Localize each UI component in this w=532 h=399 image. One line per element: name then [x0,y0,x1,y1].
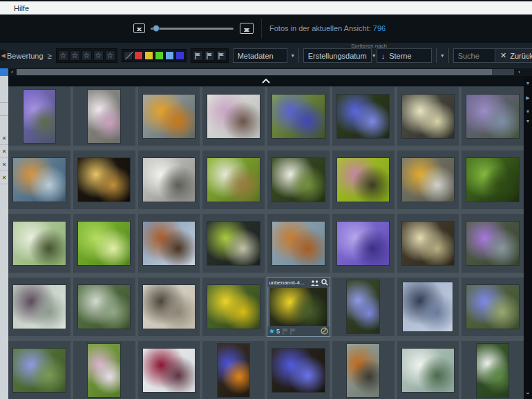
people-icon[interactable] [310,276,319,289]
photo-cell[interactable] [8,87,70,146]
photo-thumbnail[interactable] [272,95,324,138]
close-icon[interactable]: ✕ [0,145,8,158]
photo-cell[interactable] [138,150,200,209]
color-label-button[interactable] [175,51,184,60]
photo-cell[interactable] [73,150,135,209]
photo-cell[interactable] [73,341,135,399]
photo-thumbnail[interactable] [402,95,454,138]
photo-cell[interactable] [202,150,265,209]
photo-cell[interactable] [138,278,200,336]
photo-thumbnail[interactable] [466,285,518,329]
photo-thumbnail[interactable] [78,158,130,202]
photo-thumbnail[interactable] [270,288,327,326]
photo-thumbnail[interactable] [337,95,389,138]
menu-item-hilfe[interactable]: Hilfe [10,4,33,12]
chevron-down-icon[interactable]: ▼ [437,48,448,63]
photo-thumbnail[interactable] [402,349,454,392]
photo-cell[interactable] [202,278,265,336]
photo-thumbnail[interactable] [13,349,65,392]
photo-thumbnail[interactable] [23,90,56,143]
flag-filter-button[interactable] [193,50,203,61]
filter-collapse-arrow-icon[interactable]: ◀ [0,50,6,61]
photo-thumbnail[interactable] [143,285,195,329]
photo-cell[interactable] [267,87,330,146]
photo-cell[interactable] [332,150,395,209]
creation-date-dropdown[interactable]: Erstellungsdatum ▼ [303,48,372,63]
rating-star-button[interactable]: ☆ [82,50,92,61]
photo-thumbnail[interactable] [13,285,65,329]
photo-cell[interactable] [397,214,459,273]
thumbnail-size-slider[interactable] [151,28,234,30]
photo-cell[interactable] [332,214,395,273]
rating-star-button[interactable]: ☆ [105,50,115,61]
flag-icon[interactable] [290,325,296,338]
photo-cell[interactable] [462,341,524,399]
photo-cell[interactable] [332,341,395,399]
photo-cell[interactable] [202,341,265,399]
photo-thumbnail[interactable] [272,158,324,202]
photo-thumbnail[interactable] [207,285,259,329]
photo-thumbnail[interactable] [402,158,454,202]
chevron-down-icon[interactable]: ▼ [524,119,532,124]
blocked-circle-icon[interactable] [321,325,328,338]
photo-thumbnail[interactable] [13,158,65,202]
panel-expand-arrow-icon[interactable]: ▶ [524,95,532,101]
photo-cell[interactable] [462,150,524,209]
horizontal-scrollbar[interactable]: ‹ › [0,68,532,76]
photo-cell[interactable] [138,87,200,146]
photo-cell[interactable] [138,341,200,399]
sort-direction-icon[interactable]: ↓ [377,52,390,60]
photo-thumbnail[interactable] [207,222,259,265]
photo-thumbnail[interactable] [143,222,195,265]
photo-cell[interactable] [267,214,330,273]
photo-cell[interactable] [462,87,524,146]
photo-thumbnail[interactable] [13,222,65,265]
photo-thumbnail[interactable] [402,222,454,265]
photo-cell-selected[interactable]: unbenannt-4...★5 [267,278,330,336]
photo-thumbnail[interactable] [207,158,259,202]
photo-cell[interactable] [397,278,459,336]
photo-thumbnail[interactable] [143,158,195,202]
photo-thumbnail[interactable] [78,285,130,329]
photo-cell[interactable] [332,87,395,146]
photo-thumbnail[interactable] [207,95,259,138]
photo-cell[interactable] [397,150,459,209]
grid-scroll-up-strip[interactable] [8,76,524,86]
scroll-down-chevron-icon[interactable]: ⌄ [524,388,532,396]
sort-dropdown[interactable]: ↓ Sterne [377,48,432,63]
rating-star-button[interactable]: ☆ [70,50,80,61]
photo-thumbnail[interactable] [78,222,130,265]
photo-cell[interactable] [8,150,70,209]
metadata-dropdown[interactable]: Metadaten ▼ [233,48,299,63]
photo-thumbnail[interactable] [347,280,379,333]
photo-thumbnail[interactable] [272,349,324,392]
photo-cell[interactable] [267,150,330,209]
close-icon[interactable]: ✕ [0,171,8,184]
photo-thumbnail[interactable] [88,344,120,397]
photo-thumbnail[interactable] [403,282,453,331]
rating-star-button[interactable]: ☆ [58,50,68,61]
photo-cell[interactable] [73,278,135,336]
photo-thumbnail[interactable] [337,158,389,202]
rating-operator[interactable]: ≥ [48,52,52,60]
photo-thumbnail[interactable] [218,344,250,397]
chevron-down-icon[interactable]: ▼ [287,48,298,63]
photo-cell[interactable] [462,214,524,273]
photo-thumbnail[interactable] [466,95,518,138]
photo-cell[interactable] [332,278,395,336]
photo-cell[interactable] [202,87,265,146]
scrollbar-corner-button[interactable] [0,68,8,76]
horizontal-scroll-thumb[interactable] [17,69,492,75]
color-label-button[interactable] [155,51,164,60]
panel-expand-arrow-icon[interactable]: ▶ [526,52,531,59]
photo-cell[interactable] [8,214,70,273]
sort-dropdown-arrow[interactable]: ▼ [436,48,449,63]
photo-cell[interactable] [462,278,524,336]
rating-star-button[interactable]: ☆ [93,50,104,61]
photo-thumbnail[interactable] [347,344,379,397]
flag-filter-button[interactable] [205,50,215,61]
photo-cell[interactable] [138,214,200,273]
slider-handle[interactable] [153,25,160,32]
photo-cell[interactable] [73,87,135,146]
magnifier-icon[interactable] [321,276,328,289]
